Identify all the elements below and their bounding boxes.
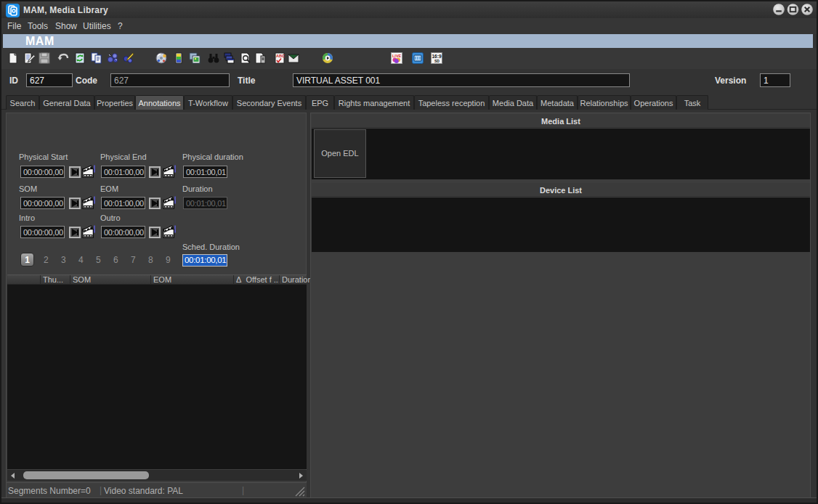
svg-text:SD: SD (434, 59, 440, 63)
svg-text:16:9: 16:9 (432, 54, 442, 59)
svg-text:LIVE: LIVE (392, 54, 402, 58)
svg-text:ABC: ABC (276, 54, 285, 58)
